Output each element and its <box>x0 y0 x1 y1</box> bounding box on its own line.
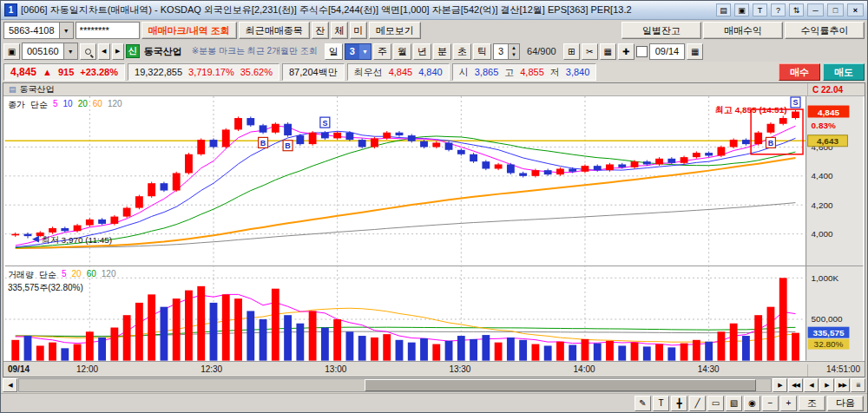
next-stock-button[interactable]: ▶ <box>112 43 124 60</box>
price-chart-svg[interactable]: 4,6004,4004,2004,0004,643BBSBS최고 4,855 (… <box>3 96 865 266</box>
checkbox[interactable] <box>636 46 648 57</box>
password-input[interactable] <box>76 22 140 39</box>
ohl-cell: 시 3,865 고 4,855 저 3,840 <box>452 63 597 81</box>
balance-toggle-button[interactable]: 잔 <box>312 22 329 39</box>
chart-stock-tab[interactable]: ▤ 동국산업 <box>3 83 60 95</box>
trade-profit-button[interactable]: 매매수익 <box>703 22 783 39</box>
scrollbar-thumb[interactable] <box>365 379 755 391</box>
scrollbar-track[interactable] <box>18 378 772 392</box>
panel-style-icon[interactable]: ▤ <box>716 3 731 16</box>
step-down-icon[interactable]: ▼ <box>509 51 519 59</box>
resize-icon[interactable]: ⇅ <box>789 3 804 16</box>
high-label: 고 <box>504 66 514 79</box>
trendline-tool-icon[interactable]: ╱ <box>689 396 706 411</box>
volume-ratio: 3,719.17% <box>188 67 234 77</box>
sell-button[interactable]: 매도 <box>823 63 865 81</box>
period-second-button[interactable]: 초 <box>453 43 471 60</box>
calendar-icon[interactable]: ▦ <box>687 43 703 60</box>
period-tick-button[interactable]: 틱 <box>473 43 491 60</box>
x-axis-label: 12:00 <box>76 364 98 374</box>
chevron-down-icon[interactable]: ▼ <box>63 43 77 59</box>
daily-balance-button[interactable]: 일별잔고 <box>621 22 701 39</box>
period-year-button[interactable]: 년 <box>413 43 431 60</box>
scroll-right-button[interactable]: ▶ <box>773 378 787 392</box>
zoom-out-button[interactable]: − <box>762 396 779 411</box>
mini-chart-button[interactable]: ▣ <box>3 43 20 60</box>
account-number: 5863-4108 <box>4 25 59 36</box>
search-icon-button[interactable] <box>80 43 96 60</box>
zoom-fit-icon[interactable]: ⊞ <box>563 43 580 60</box>
chevron-down-icon[interactable]: ▼ <box>359 44 371 59</box>
pattern-tool-icon[interactable]: ▧ <box>726 396 742 411</box>
rect-tool-icon[interactable]: ▭ <box>707 396 724 411</box>
svg-text:500,000: 500,000 <box>812 315 843 324</box>
window-icon: 1 <box>4 3 17 16</box>
crosshair-tool-icon[interactable]: ╋ <box>671 396 687 411</box>
minute-mark-note: ※분봉 마크는 최근 2개월만 조회 <box>187 45 323 57</box>
day-volume: 19,322,855 <box>135 67 182 77</box>
bar-counter: 64/900 <box>522 46 562 56</box>
duplicate-window-icon[interactable]: ▣ <box>734 3 749 16</box>
inquiry-button[interactable]: 조 <box>799 396 825 411</box>
minimize-button[interactable]: ─ <box>807 3 824 16</box>
volume-chart-svg[interactable]: 1,000K500,000335,57532.80% <box>3 266 865 361</box>
day-count-select[interactable]: 3 ▼ <box>345 43 372 60</box>
crop-icon[interactable]: ✂ <box>582 43 598 60</box>
return-trend-button[interactable]: 수익률추이 <box>785 22 865 39</box>
day-count-value: 3 <box>345 46 359 56</box>
svg-text:335,575: 335,575 <box>813 328 845 338</box>
prev-stock-button[interactable]: ◀ <box>98 43 110 60</box>
svg-text:32.80%: 32.80% <box>814 339 844 349</box>
nav-prev-button[interactable]: ◀ <box>804 378 819 392</box>
stock-code-select[interactable]: 005160 ▼ <box>22 43 78 60</box>
scroll-left-button[interactable]: ◀ <box>3 378 17 392</box>
unfilled-toggle-button[interactable]: 미 <box>350 22 367 39</box>
period-minute-button[interactable]: 분 <box>433 43 451 60</box>
svg-text:최저 3,970 (11:45): 최저 3,970 (11:45) <box>42 235 112 245</box>
trade-mark-inquiry-button[interactable]: 매매마크/내역 조회 <box>141 22 237 39</box>
svg-text:0.83%: 0.83% <box>812 121 836 130</box>
settings-icon[interactable]: ✚ <box>618 43 635 60</box>
period-day-button[interactable]: 일 <box>325 43 343 60</box>
pencil-tool-icon[interactable]: ✎ <box>635 396 651 411</box>
x-axis-label: 09/14 <box>8 364 30 374</box>
nav-first-button[interactable]: ◀◀ <box>788 378 803 392</box>
bottom-toolbar: ✎ T ╋ ╱ ▭ ▧ ◉ − + 조 다음 <box>1 393 867 412</box>
nav-menu-icon[interactable]: ≣ <box>851 378 865 392</box>
help-icon[interactable]: ? <box>771 3 786 16</box>
recent-traded-items-button[interactable]: 최근매매종목 <box>239 22 310 39</box>
text-tool-icon[interactable]: T <box>653 396 669 411</box>
buy-button[interactable]: 매수 <box>779 63 820 81</box>
stepper-arrows[interactable]: ▲▼ <box>508 44 519 59</box>
nav-last-button[interactable]: ▶▶ <box>835 378 850 392</box>
close-button[interactable]: × <box>847 3 864 16</box>
high-price: 4,855 <box>520 67 544 77</box>
indicator-tool-icon[interactable]: ◉ <box>744 396 760 411</box>
zoom-in-button[interactable]: + <box>780 396 797 411</box>
low-price: 3,840 <box>566 67 590 77</box>
date-value: 09/14 <box>655 46 680 56</box>
x-axis-label: 14:30 <box>698 364 720 374</box>
account-toolbar: 5863-4108 ▼ 매매마크/내역 조회 최근매매종목 잔 체 미 메모보기… <box>1 20 867 41</box>
nav-next-button[interactable]: ▶ <box>819 378 834 392</box>
x-axis: 14:51:00 09/1412:0012:3013:0013:3014:001… <box>3 361 865 377</box>
chevron-down-icon[interactable]: ▼ <box>59 23 73 38</box>
interval-value: 3 <box>494 46 508 56</box>
account-select[interactable]: 5863-4108 ▼ <box>3 22 74 39</box>
chart-area: ▤ 동국산업 C 22.04 종가 단순 5 10 20 60 120 거래량 … <box>3 82 865 377</box>
title-tool-icon[interactable]: T <box>753 3 767 16</box>
interval-stepper[interactable]: 3 ▲▼ <box>493 43 520 60</box>
period-week-button[interactable]: 주 <box>373 43 391 60</box>
next-page-button[interactable]: 다음 <box>827 396 864 411</box>
price-change: 915 <box>58 67 74 77</box>
memo-view-button[interactable]: 메모보기 <box>369 22 421 39</box>
search-icon <box>85 49 91 55</box>
svg-text:4,200: 4,200 <box>812 200 833 210</box>
period-month-button[interactable]: 월 <box>393 43 411 60</box>
step-up-icon[interactable]: ▲ <box>509 44 519 52</box>
maximize-button[interactable]: □ <box>827 3 844 16</box>
date-field[interactable]: 09/14 <box>649 43 686 60</box>
grid-icon[interactable]: ▦ <box>600 43 616 60</box>
filled-toggle-button[interactable]: 체 <box>331 22 348 39</box>
titlebar: 1 [0606] 자동일지차트(매매내역) - KOSDAQ 외국인보유[2,2… <box>1 1 867 20</box>
